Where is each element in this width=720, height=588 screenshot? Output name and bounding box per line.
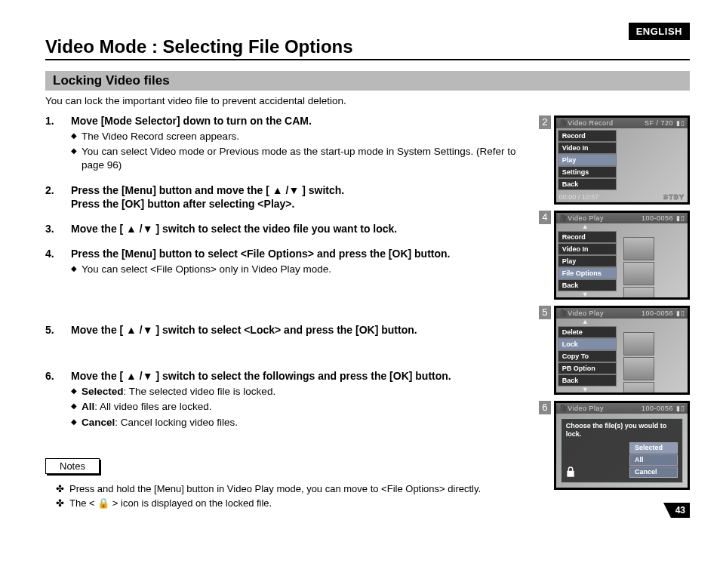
camera-icon: 🎥 xyxy=(559,309,568,317)
menu-item-play: Play xyxy=(558,154,617,166)
steps-column: Move [Mode Selector] down to turn on the… xyxy=(45,114,539,512)
step-1-sub-1: The Video Record screen appears. xyxy=(71,130,525,143)
menu-item-record: Record xyxy=(558,130,617,142)
menu-item-back: Back xyxy=(558,279,617,291)
step-6-sub-1: Selected: The selected video file is loc… xyxy=(71,385,525,399)
screen-4-counter: 100-0056 xyxy=(642,214,673,222)
up-arrow-icon: ▲ xyxy=(582,223,589,230)
menu-item-settings: Settings xyxy=(558,166,617,178)
screen-5-block: 5 🎥 Video Play 100-0056 ▮▯ ▲ Delete Lock… xyxy=(539,306,690,395)
thumb xyxy=(623,237,654,260)
screen-4: 🎥 Video Play 100-0056 ▮▯ ▲ Record Video … xyxy=(554,211,690,300)
menu-item-video-in: Video In xyxy=(558,243,617,255)
thumb xyxy=(623,287,654,300)
down-arrow-icon: ▼ xyxy=(582,386,589,393)
thumb xyxy=(623,382,654,395)
menu-item-file-options: File Options xyxy=(558,267,617,279)
dialog-options: Selected All Cancel xyxy=(629,442,678,478)
step-2-title: Press the [Menu] button and move the [ ▲… xyxy=(71,184,344,196)
step-4: Press the [Menu] button to select <File … xyxy=(45,247,525,276)
screen-5: 🎥 Video Play 100-0056 ▮▯ ▲ Delete Lock C… xyxy=(554,306,690,395)
menu-item-copy-to: Copy To xyxy=(558,350,617,362)
screen-2-timer: 00:00 / 10:57 xyxy=(559,193,599,201)
screen-4-number: 4 xyxy=(539,211,551,224)
screen-2: 🎥 Video Record SF / 720 ▮▯ Record Video … xyxy=(554,115,690,205)
screen-5-counter: 100-0056 xyxy=(642,309,673,317)
step-4-title: Press the [Menu] button to select <File … xyxy=(71,248,450,260)
notes-section: Notes Press and hold the [Menu] button i… xyxy=(45,458,525,509)
lock-icon xyxy=(565,466,577,479)
step-6: Move the [ ▲ /▼ ] switch to select the f… xyxy=(45,369,525,429)
intro-text: You can lock the important video file to… xyxy=(45,95,690,106)
thumb xyxy=(623,332,654,356)
screen-2-badge: SF / 720 xyxy=(645,119,673,127)
screen-5-title: Video Play xyxy=(568,309,642,317)
language-tag: ENGLISH xyxy=(629,23,690,40)
page-title: Video Mode : Selecting File Options xyxy=(45,36,690,60)
menu-item-pb-option: PB Option xyxy=(558,362,617,374)
note-2: The < 🔒 > icon is displayed on the locke… xyxy=(56,497,525,509)
step-6-title: Move the [ ▲ /▼ ] switch to select the f… xyxy=(71,370,451,382)
step-1-sub-2: You can select Video mode or Previous mo… xyxy=(71,145,525,172)
screen-2-state: STBY xyxy=(663,193,685,201)
screen-4-menu: Record Video In Play File Options Back xyxy=(558,231,617,291)
menu-item-delete: Delete xyxy=(558,326,617,338)
battery-icon: ▮▯ xyxy=(676,119,685,127)
screen-6: 🎥 Video Play 100-0056 ▮▯ Choose the file… xyxy=(554,401,690,490)
battery-icon: ▮▯ xyxy=(676,405,685,412)
menu-item-video-in: Video In xyxy=(558,142,617,154)
camera-icon: 🎥 xyxy=(559,214,568,222)
dialog-option-selected: Selected xyxy=(629,442,678,454)
battery-icon: ▮▯ xyxy=(676,214,685,222)
dialog-option-all: All xyxy=(629,454,678,466)
screen-6-number: 6 xyxy=(539,401,551,414)
step-6-sub-2: All: All video files are locked. xyxy=(71,400,525,414)
step-4-sub-1: You can select <File Options> only in Vi… xyxy=(71,263,525,276)
step-1-title: Move [Mode Selector] down to turn on the… xyxy=(71,115,312,127)
camera-icon: 🎥 xyxy=(559,405,568,412)
page-number: 43 xyxy=(671,503,690,518)
step-1: Move [Mode Selector] down to turn on the… xyxy=(45,114,525,173)
screen-5-menu: Delete Lock Copy To PB Option Back xyxy=(558,326,617,386)
dialog-option-cancel: Cancel xyxy=(629,466,678,478)
menu-item-lock: Lock xyxy=(558,338,617,350)
step-3-title: Move the [ ▲ /▼ ] switch to select the v… xyxy=(71,223,397,235)
step-3: Move the [ ▲ /▼ ] switch to select the v… xyxy=(45,222,525,236)
screen-4-block: 4 🎥 Video Play 100-0056 ▮▯ ▲ Record Vide… xyxy=(539,211,690,300)
menu-item-back: Back xyxy=(558,374,617,386)
up-arrow-icon: ▲ xyxy=(582,318,589,325)
screen-6-title: Video Play xyxy=(568,405,642,412)
screen-5-thumbs xyxy=(623,332,685,395)
thumb xyxy=(623,357,654,380)
step-2: Press the [Menu] button and move the [ ▲… xyxy=(45,183,525,212)
notes-label: Notes xyxy=(45,458,100,474)
note-1: Press and hold the [Menu] button in Vide… xyxy=(56,483,525,494)
dialog-text: Choose the file(s) you would to lock. xyxy=(566,422,678,439)
screen-6-block: 6 🎥 Video Play 100-0056 ▮▯ Choose the fi… xyxy=(539,401,690,490)
screen-5-number: 5 xyxy=(539,306,551,319)
down-arrow-icon: ▼ xyxy=(582,291,589,298)
thumb xyxy=(623,262,654,285)
step-6-sub-3: Cancel: Cancel locking video files. xyxy=(71,416,525,429)
screen-6-dialog: Choose the file(s) you would to lock. Se… xyxy=(561,418,683,483)
menu-item-play: Play xyxy=(558,255,617,267)
screen-4-title: Video Play xyxy=(568,214,642,222)
screens-column: 2 🎥 Video Record SF / 720 ▮▯ Record Vide… xyxy=(539,115,690,496)
screen-2-title: Video Record xyxy=(568,119,645,127)
menu-item-record: Record xyxy=(558,231,617,243)
screen-2-menu: Record Video In Play Settings Back xyxy=(558,130,617,190)
screen-2-block: 2 🎥 Video Record SF / 720 ▮▯ Record Vide… xyxy=(539,115,690,205)
step-2-title-extra: Press the [OK] button after selecting <P… xyxy=(71,197,525,211)
screen-4-thumbs xyxy=(623,237,685,300)
step-5: Move the [ ▲ /▼ ] switch to select <Lock… xyxy=(45,323,525,337)
camera-icon: 🎥 xyxy=(559,119,568,127)
screen-2-number: 2 xyxy=(539,115,551,129)
section-title: Locking Video files xyxy=(45,71,690,91)
screen-6-counter: 100-0056 xyxy=(642,405,673,412)
menu-item-back: Back xyxy=(558,178,617,190)
battery-icon: ▮▯ xyxy=(676,309,685,317)
step-5-title: Move the [ ▲ /▼ ] switch to select <Lock… xyxy=(71,324,417,336)
